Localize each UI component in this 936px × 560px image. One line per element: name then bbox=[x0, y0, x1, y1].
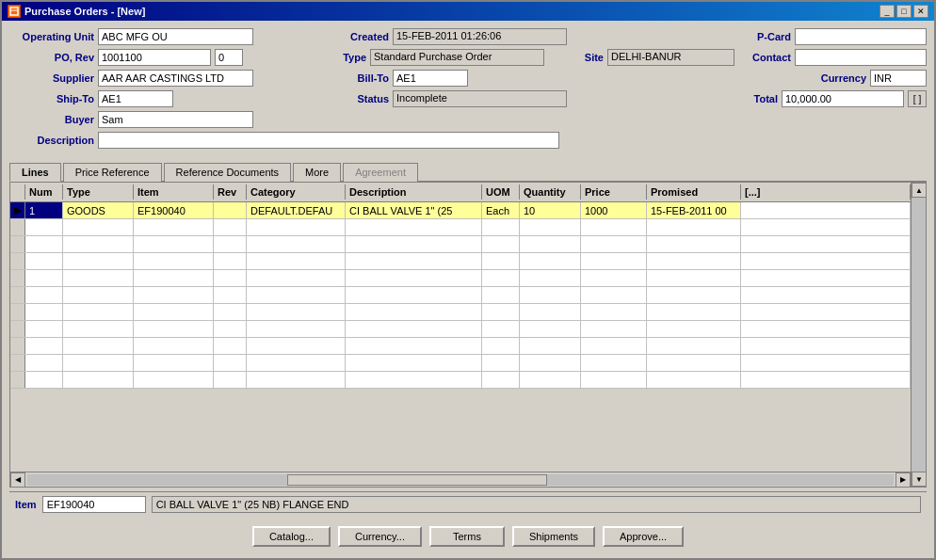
cell-category-1[interactable]: DEFAULT.DEFAU bbox=[247, 202, 346, 218]
grid-header: Num Type Item Rev Category Description U… bbox=[10, 183, 911, 202]
po-rev-extra[interactable]: 0 bbox=[215, 49, 243, 66]
scroll-up-button[interactable]: ▲ bbox=[912, 183, 926, 198]
grid-main: Num Type Item Rev Category Description U… bbox=[10, 183, 911, 487]
cell-rev-1[interactable] bbox=[214, 202, 247, 218]
col-header-uom: UOM bbox=[482, 184, 520, 200]
type-label: Type bbox=[315, 52, 366, 63]
total-input[interactable]: 10,000.00 bbox=[782, 90, 904, 107]
row-selector bbox=[10, 219, 25, 235]
scroll-right-button[interactable]: ▶ bbox=[896, 472, 911, 488]
ship-to-input[interactable]: AE1 bbox=[98, 90, 173, 107]
tab-agreement[interactable]: Agreement bbox=[343, 163, 418, 182]
table-row bbox=[10, 219, 911, 236]
row-selector bbox=[10, 372, 25, 388]
cell-quantity-1[interactable]: 10 bbox=[520, 202, 581, 218]
type-value: Standard Purchase Order bbox=[370, 49, 544, 66]
supplier-input[interactable]: AAR AAR CASTINGS LTD bbox=[98, 70, 253, 87]
operating-unit-label: Operating Unit bbox=[9, 31, 94, 42]
tabs-container: Lines Price Reference Reference Document… bbox=[9, 162, 927, 182]
created-label: Created bbox=[337, 31, 389, 42]
bill-to-input[interactable]: AE1 bbox=[393, 70, 468, 87]
row-selector bbox=[10, 304, 25, 320]
site-field-label: Site bbox=[552, 52, 604, 63]
terms-button[interactable]: Terms bbox=[429, 526, 505, 547]
table-row bbox=[10, 287, 911, 304]
description-input[interactable] bbox=[98, 132, 559, 149]
ship-to-label: Ship-To bbox=[9, 93, 94, 104]
h-scroll-thumb[interactable] bbox=[287, 474, 547, 486]
cell-price-1[interactable]: 1000 bbox=[581, 202, 647, 218]
table-row bbox=[10, 372, 911, 389]
cell-uom-1[interactable]: Each bbox=[482, 202, 520, 218]
col-header-item: Item bbox=[134, 184, 214, 200]
row-selector-1[interactable]: ▶ bbox=[10, 202, 25, 218]
scroll-left-button[interactable]: ◀ bbox=[10, 472, 25, 488]
buyer-input[interactable]: Sam bbox=[98, 111, 253, 128]
table-row bbox=[10, 253, 911, 270]
col-header-num: Num bbox=[25, 184, 63, 200]
po-rev-input[interactable]: 1001100 bbox=[98, 49, 211, 66]
currency-label: Currency bbox=[815, 72, 866, 84]
close-button[interactable]: ✕ bbox=[913, 5, 928, 18]
main-window: Purchase Orders - [New] _ □ ✕ Operating … bbox=[0, 0, 936, 560]
table-row bbox=[10, 304, 911, 321]
tab-reference-documents[interactable]: Reference Documents bbox=[164, 163, 291, 182]
svg-rect-0 bbox=[10, 8, 18, 15]
catalog-button[interactable]: Catalog... bbox=[252, 526, 331, 547]
tab-lines[interactable]: Lines bbox=[9, 163, 61, 182]
currency-button[interactable]: Currency... bbox=[338, 526, 422, 547]
cell-num-1[interactable]: 1 bbox=[25, 202, 63, 218]
total-expand-button[interactable]: [ ] bbox=[908, 90, 927, 107]
table-row bbox=[10, 321, 911, 338]
title-bar-left: Purchase Orders - [New] bbox=[8, 5, 145, 18]
col-header-category: Category bbox=[247, 184, 346, 200]
col-header-price: Price bbox=[581, 184, 647, 200]
row-selector bbox=[10, 270, 25, 286]
minimize-button[interactable]: _ bbox=[880, 5, 895, 18]
bill-to-label: Bill-To bbox=[337, 72, 389, 84]
row-selector bbox=[10, 355, 25, 371]
form-section: Operating Unit ABC MFG OU Created 15-FEB… bbox=[9, 28, 927, 151]
cell-extra-1 bbox=[741, 202, 911, 218]
col-header-extra: [...] bbox=[741, 184, 911, 200]
po-rev-label: PO, Rev bbox=[9, 52, 94, 63]
pcard-input[interactable] bbox=[795, 28, 927, 45]
buyer-label: Buyer bbox=[9, 114, 94, 125]
pcard-label: P-Card bbox=[744, 31, 791, 42]
created-value: 15-FEB-2011 01:26:06 bbox=[393, 28, 567, 45]
col-header-quantity: Quantity bbox=[520, 184, 581, 200]
contact-input[interactable] bbox=[795, 49, 927, 66]
table-row[interactable]: ▶ 1 GOODS EF190040 DEFAULT.DEFAU CI BALL… bbox=[10, 202, 911, 219]
row-selector bbox=[10, 236, 25, 252]
maximize-button[interactable]: □ bbox=[896, 5, 912, 18]
cell-item-1[interactable]: EF190040 bbox=[134, 202, 214, 218]
tab-price-reference[interactable]: Price Reference bbox=[63, 163, 162, 182]
item-code-input[interactable]: EF190040 bbox=[42, 496, 146, 513]
row-selector bbox=[10, 287, 25, 303]
horizontal-scrollbar[interactable]: ◀ ▶ bbox=[10, 472, 911, 487]
button-bar: Catalog... Currency... Terms Shipments A… bbox=[9, 520, 927, 551]
scroll-down-button[interactable]: ▼ bbox=[912, 472, 926, 487]
v-scroll-track[interactable] bbox=[912, 198, 926, 472]
row-selector bbox=[10, 338, 25, 354]
h-scroll-track[interactable] bbox=[27, 474, 894, 486]
vertical-scrollbar[interactable]: ▲ ▼ bbox=[911, 183, 926, 487]
approve-button[interactable]: Approve... bbox=[603, 526, 684, 547]
cell-type-1[interactable]: GOODS bbox=[63, 202, 134, 218]
item-description-input[interactable]: CI BALL VALVE 1" (25 NB) FLANGE END bbox=[152, 496, 921, 513]
status-value: Incomplete bbox=[393, 90, 567, 107]
cell-description-1[interactable]: CI BALL VALVE 1" (25 bbox=[346, 202, 482, 218]
tab-more[interactable]: More bbox=[293, 163, 341, 182]
shipments-button[interactable]: Shipments bbox=[512, 526, 595, 547]
tab-content-lines: Num Type Item Rev Category Description U… bbox=[9, 182, 927, 488]
cell-promised-1[interactable]: 15-FEB-2011 00 bbox=[647, 202, 741, 218]
title-bar: Purchase Orders - [New] _ □ ✕ bbox=[2, 2, 934, 21]
col-header-rev: Rev bbox=[214, 184, 247, 200]
table-row bbox=[10, 270, 911, 287]
site-value: DELHI-BANUR bbox=[607, 49, 734, 66]
operating-unit-input[interactable]: ABC MFG OU bbox=[98, 28, 253, 45]
currency-input[interactable]: INR bbox=[870, 70, 927, 87]
description-form-label: Description bbox=[9, 135, 94, 146]
table-row bbox=[10, 236, 911, 253]
table-row bbox=[10, 338, 911, 355]
